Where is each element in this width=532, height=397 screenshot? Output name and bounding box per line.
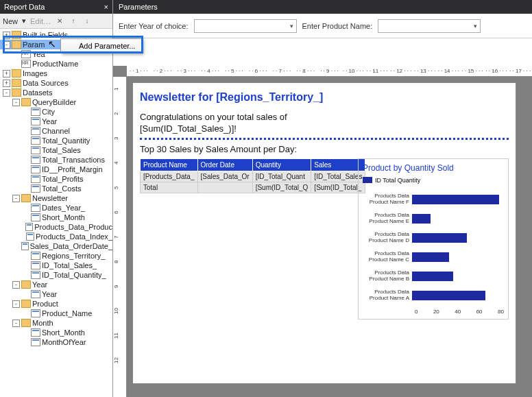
field-icon (31, 261, 40, 269)
design-canvas[interactable]: Newsletter for [Regions_Territory_] Cong… (132, 82, 532, 397)
table-cell[interactable] (197, 182, 252, 193)
tree-item-label: Channel (42, 127, 70, 135)
legend-label: ID Total Quantity (375, 177, 420, 184)
tree-item-label: Product (32, 300, 58, 308)
tree-item[interactable]: +Images (0, 69, 112, 78)
folder-icon (12, 88, 21, 97)
congrats-text-1[interactable]: Congratulations on your total sales of (140, 112, 509, 123)
field-icon (31, 309, 40, 317)
folder-icon (21, 319, 31, 327)
field-icon (31, 252, 40, 260)
chart-region[interactable]: Product by Quantity Sold ID Total Quanti… (358, 158, 509, 320)
field-icon (21, 242, 28, 250)
table-cell[interactable]: [Sum(ID_Total_Q (252, 182, 311, 193)
blank-strip (113, 38, 532, 66)
tree-item-label: ID_Total_Quantity_ (42, 271, 106, 279)
report-body: Newsletter for [Regions_Territory_] Cong… (132, 82, 516, 384)
tree-item[interactable]: ID_Total_Quantity_ (0, 270, 112, 280)
table-cell[interactable]: Total (141, 182, 198, 193)
expander-icon[interactable]: - (12, 99, 20, 106)
bar-fill (412, 233, 467, 243)
tree-item[interactable]: Product_Name (0, 309, 112, 318)
report-data-tree[interactable]: +Built-in Fields-ParamYeaProductName+Ima… (0, 29, 112, 348)
report-data-toolbar: New ▾ Edit… ✕ ↑ ↓ (0, 14, 112, 29)
congrats-text-2[interactable]: [Sum(ID_Total_Sales_)]! (140, 123, 509, 135)
move-down-icon[interactable]: ↓ (82, 16, 92, 26)
tree-item-label: Products_Data_Index_ (36, 232, 112, 241)
field-icon (31, 175, 40, 183)
tree-item[interactable]: Regions_Territory_ (0, 251, 112, 261)
tree-item[interactable]: Short_Month (0, 213, 112, 222)
param-year-select[interactable] (194, 19, 297, 33)
tree-item[interactable]: Year (0, 289, 112, 299)
report-data-header: Report Data × (0, 0, 112, 14)
bar-row: Products Data Product Name D (363, 229, 504, 247)
tree-item[interactable]: Short_Month (0, 328, 112, 337)
tree-item[interactable]: Total_Quantity (0, 136, 112, 145)
tree-item[interactable]: Products_Data_Index_ (0, 232, 112, 241)
field-icon (31, 271, 40, 279)
parameters-bar: Enter Year of choice: Enter Product Name… (113, 14, 532, 38)
table-cell[interactable]: [Sales_Data_Or (197, 171, 252, 182)
tree-item[interactable]: Total_Costs (0, 184, 112, 193)
top30-subtitle[interactable]: Top 30 Sales by Sales Amount per Day: (140, 144, 509, 154)
tree-item[interactable]: Channel (0, 126, 112, 136)
tree-item[interactable]: ID__Profit_Margin (0, 165, 112, 174)
tree-item[interactable]: Total_Sales (0, 145, 112, 155)
bar-fill (412, 252, 449, 262)
expander-icon[interactable]: - (12, 195, 20, 202)
tree-item[interactable]: Total_Profits (0, 174, 112, 184)
dotted-separator (140, 138, 509, 140)
table-cell[interactable]: [Products_Data_ (141, 171, 198, 182)
tree-item[interactable]: +Data Sources (0, 78, 112, 88)
expander-icon[interactable]: - (12, 300, 20, 308)
table-cell[interactable]: [ID_Total_Quant (252, 171, 311, 182)
expander-icon[interactable]: + (3, 80, 10, 87)
tree-item[interactable]: -Year (0, 280, 112, 289)
close-icon[interactable]: × (104, 0, 108, 14)
table-header[interactable]: Product Name (141, 158, 198, 171)
expander-icon[interactable]: + (3, 70, 10, 77)
tree-item[interactable]: -Product (0, 299, 112, 309)
bar-label: Products Data Product Name D (363, 232, 412, 244)
tree-item-label: Newsletter (32, 194, 68, 202)
expander-icon[interactable]: - (12, 320, 20, 327)
tree-item[interactable]: Total_Transactions (0, 155, 112, 165)
expander-icon[interactable]: + (3, 32, 10, 39)
tree-item-label: Total_Transactions (42, 156, 105, 164)
table-header[interactable]: Order Date (197, 158, 252, 171)
tree-item[interactable]: -Month (0, 318, 112, 328)
expander-icon[interactable]: - (12, 281, 20, 289)
tree-item[interactable]: Dates_Year_ (0, 203, 112, 213)
tree-item-label: Month (32, 319, 53, 327)
new-button[interactable]: New (3, 17, 18, 25)
delete-icon[interactable]: ✕ (55, 16, 64, 26)
tree-item[interactable]: -Newsletter (0, 193, 112, 203)
tree-item[interactable]: ID_Total_Sales_ (0, 261, 112, 270)
param-product-select[interactable] (378, 19, 481, 33)
tree-item[interactable]: Year (0, 117, 112, 126)
tree-item-label: City (42, 108, 55, 116)
sales-table-region[interactable]: Product NameOrder DateQuantitySales [Pro… (140, 158, 352, 193)
axis-tick: 80 (498, 309, 504, 315)
tree-item[interactable]: City (0, 107, 112, 117)
report-data-panel: Report Data × New ▾ Edit… ✕ ↑ ↓ +Built-i… (0, 0, 113, 397)
field-icon (31, 108, 40, 116)
tree-item[interactable]: MonthOfYear (0, 337, 112, 347)
expander-icon[interactable]: - (3, 41, 10, 49)
chart-x-axis: 020406080 (415, 306, 504, 315)
expander-icon[interactable]: - (3, 89, 10, 97)
bar-row: Products Data Product Name A (363, 287, 504, 304)
axis-tick: 60 (476, 309, 483, 315)
newsletter-title[interactable]: Newsletter for [Regions_Territory_] (140, 91, 509, 104)
tree-item[interactable]: -Datasets (0, 88, 112, 97)
tree-item[interactable]: -QueryBuilder (0, 97, 112, 107)
tree-item-label: Short_Month (42, 213, 85, 221)
tree-item[interactable]: Products_Data_Produc (0, 222, 112, 232)
table-header[interactable]: Quantity (252, 158, 311, 171)
edit-button[interactable]: Edit… (30, 17, 51, 25)
move-up-icon[interactable]: ↑ (69, 16, 78, 26)
add-parameter-menu-item[interactable]: Add Parameter... (61, 39, 142, 53)
tree-item[interactable]: ProductName (0, 59, 112, 69)
tree-item[interactable]: Sales_Data_OrderDate_ (0, 241, 112, 251)
